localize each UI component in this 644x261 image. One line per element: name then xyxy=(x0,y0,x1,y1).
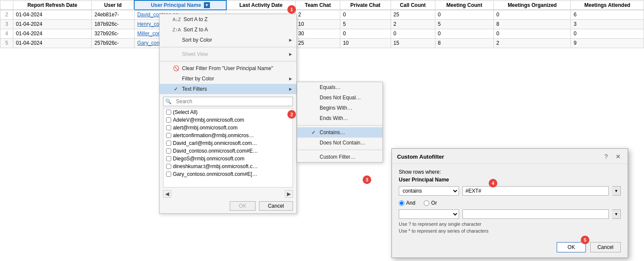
submenu-custom-filter[interactable]: Custom Filter… xyxy=(297,152,382,162)
clear-filter[interactable]: 🚫 Clear Filter From "User Principal Name… xyxy=(160,63,296,74)
condition1-operator-wrapper: contains xyxy=(399,186,459,196)
cell: 2 xyxy=(391,19,435,29)
cell: 0 xyxy=(340,29,391,38)
checklist-checkbox[interactable] xyxy=(166,148,171,154)
cell: 5 xyxy=(340,19,391,29)
badge-3: 3 xyxy=(363,175,371,184)
checklist-item[interactable]: alert@rmbj.onmicrosoft.com xyxy=(163,124,293,132)
cell: 25 xyxy=(391,10,435,19)
checklist-item[interactable]: alertconfirmation@rmbj.onmicros… xyxy=(163,132,293,139)
submenu-begins-with[interactable]: Begins With… xyxy=(297,103,382,113)
logic-radio-row: And Or xyxy=(399,198,621,209)
hint1-text: Use ? to represent any single character xyxy=(399,221,621,227)
condition1-value-dropdown-arrow[interactable]: ▼ xyxy=(612,186,621,196)
cell: 187b926c- xyxy=(92,19,135,29)
cell: 30 xyxy=(296,29,340,38)
show-rows-where-label: Show rows where: xyxy=(399,169,621,175)
cell: 01-04-2024 xyxy=(13,38,92,48)
condition1-operator-select[interactable]: contains xyxy=(399,186,459,196)
checklist-item-label: AdeleV@rmbj.onmicrosoft.com xyxy=(173,117,244,123)
sheet-view[interactable]: Sheet View xyxy=(160,49,296,59)
submenu-separator-2 xyxy=(297,150,382,150)
checklist-item[interactable]: AdeleV@rmbj.onmicrosoft.com xyxy=(163,116,293,124)
cell: 10 xyxy=(340,38,391,48)
submenu-does-not-contain[interactable]: Does Not Contain… xyxy=(297,138,382,148)
logic-and-radio[interactable] xyxy=(399,200,404,206)
cell: 8 xyxy=(435,38,493,48)
badge-5: 5 xyxy=(581,236,589,244)
condition1-value-input[interactable] xyxy=(462,186,609,196)
checklist-item-label: David_contoso.onmicrosoft.com#E… xyxy=(173,148,258,154)
checklist-checkbox[interactable] xyxy=(166,133,171,138)
checklist-checkbox[interactable] xyxy=(166,125,171,130)
checklist-item[interactable]: DiegoS@rmbj.onmicrosoft.com xyxy=(163,155,293,163)
cancel-button[interactable]: Cancel xyxy=(259,201,293,211)
submenu-equals[interactable]: Equals… xyxy=(297,82,382,92)
scroll-right-arrow[interactable]: ▶ xyxy=(285,190,293,198)
clear-filter-icon: 🚫 xyxy=(173,65,179,71)
text-filters[interactable]: ✓ Text Filters xyxy=(160,84,296,94)
dialog-cancel-button[interactable]: Cancel xyxy=(590,242,621,252)
cell: 0 xyxy=(493,10,571,19)
sort-z-to-a[interactable]: Z↑A Sort Z to A xyxy=(160,25,296,35)
menu-separator-1 xyxy=(160,47,296,47)
cell: 2 xyxy=(296,10,340,19)
cell: 0 xyxy=(435,10,493,19)
cell: 01-04-2024 xyxy=(13,19,92,29)
condition2-value-dropdown-arrow[interactable]: ▼ xyxy=(612,209,621,219)
checklist-item[interactable]: (Select All) xyxy=(163,108,293,116)
cell: 0 xyxy=(571,29,644,38)
checklist-item-label: alert@rmbj.onmicrosoft.com xyxy=(173,125,237,131)
row-num-header xyxy=(0,0,13,10)
checklist-checkbox[interactable] xyxy=(166,156,171,161)
cell: 0 xyxy=(340,10,391,19)
checklist-checkbox[interactable] xyxy=(166,117,171,123)
submenu-contains[interactable]: ✓ Contains… xyxy=(297,127,382,138)
dialog-close-button[interactable]: ✕ xyxy=(614,152,622,161)
checklist-item[interactable]: David_contoso.onmicrosoft.com#E… xyxy=(163,147,293,155)
table-row: 501-04-2024257b926c-Gary_contoso.onm01-0… xyxy=(0,38,644,48)
dialog-help-button[interactable]: ? xyxy=(602,152,610,161)
dialog-body: Show rows where: User Principal Name con… xyxy=(392,164,628,239)
condition2-operator-select[interactable] xyxy=(399,209,459,219)
checklist-checkbox[interactable] xyxy=(166,141,171,146)
custom-autofilter-dialog: Custom Autofilter ? ✕ Show rows where: U… xyxy=(391,148,628,258)
cell: 0 xyxy=(391,29,435,38)
search-input[interactable] xyxy=(173,97,293,106)
filter-dropdown: A↓Z Sort A to Z Z↑A Sort Z to A Sort by … xyxy=(159,14,297,214)
ok-button[interactable]: OK xyxy=(230,201,255,211)
checklist-checkbox[interactable] xyxy=(166,164,171,169)
badge-4: 4 xyxy=(489,179,497,187)
sort-by-color[interactable]: Sort by Color xyxy=(160,35,296,45)
checklist-item-label: Gary_contoso.onmicrosoft.com#E[… xyxy=(173,171,257,177)
scroll-left-arrow[interactable]: ◀ xyxy=(163,190,171,198)
col-meetings-organized: Meetings Organized xyxy=(493,0,571,10)
logic-and-label[interactable]: And xyxy=(399,200,415,206)
menu-separator-2 xyxy=(160,61,296,61)
cell: 6 xyxy=(571,10,644,19)
cell: 01-04-2024 xyxy=(13,10,92,19)
checklist-item[interactable]: Gary_contoso.onmicrosoft.com#E[… xyxy=(163,170,293,178)
cell: 01-04-2024 xyxy=(13,29,92,38)
search-box[interactable]: 🔍 xyxy=(163,97,293,106)
logic-or-radio[interactable] xyxy=(424,200,429,206)
dialog-ok-button[interactable]: OK xyxy=(557,242,585,252)
checklist-checkbox[interactable] xyxy=(166,110,171,115)
hint2-text: Use * to represent any series of charact… xyxy=(399,228,621,233)
condition2-value-input[interactable] xyxy=(462,209,609,219)
checklist-item-label: DiegoS@rmbj.onmicrosoft.com xyxy=(173,156,244,162)
upn-filter-button[interactable]: ▼ xyxy=(204,2,210,8)
filter-by-color[interactable]: Filter by Color xyxy=(160,74,296,84)
row-number: 2 xyxy=(0,10,13,19)
cell: 0 xyxy=(435,29,493,38)
badge-1: 1 xyxy=(287,5,296,14)
az-sort-icon: A↓Z xyxy=(173,17,181,22)
submenu-ends-with[interactable]: Ends With… xyxy=(297,113,382,123)
submenu-does-not-equal[interactable]: Does Not Equal… xyxy=(297,92,382,103)
sort-a-to-z[interactable]: A↓Z Sort A to Z xyxy=(160,14,296,25)
checklist-item[interactable]: dineshkumar.t@rmbj.onmicrosoft.c… xyxy=(163,163,293,170)
checklist-checkbox[interactable] xyxy=(166,172,171,177)
logic-or-label[interactable]: Or xyxy=(424,200,437,206)
checklist-item[interactable]: David_carl@rmbj.onmicrosoft.com… xyxy=(163,139,293,147)
condition1-row: contains ▼ xyxy=(399,186,621,196)
